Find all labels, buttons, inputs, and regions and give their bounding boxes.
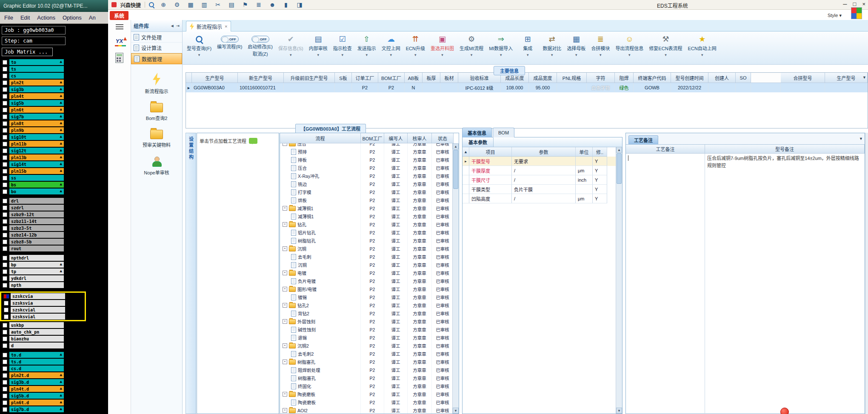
param-col-header[interactable]: 项目 [469,147,512,157]
collapse-left-icon[interactable]: ◄ [170,23,174,28]
expand-icon[interactable]: - [283,408,287,413]
dropdown-arrow-icon[interactable]: ▾ [628,53,631,58]
layer-row[interactable]: szskcvia [1,293,85,300]
toolbar-button-选择母板[interactable]: ▦选择母板▾ [567,34,585,58]
dropdown-arrow-icon[interactable]: ▾ [600,53,602,58]
layer-checkbox[interactable] [3,353,7,357]
tree-node[interactable]: -陶瓷磨板 [280,390,361,398]
layer-row[interactable]: pln6t.d♣ [0,399,108,406]
layer-checkbox[interactable] [4,301,9,306]
tree-row[interactable]: -钻孔P2谭工方章章已审核 [280,220,459,228]
tree-col-header[interactable]: 流程 [280,133,361,143]
toolbar-button-型号查询(F)[interactable]: 型号查询(F)▾ [187,34,211,58]
layer-row[interactable]: pln11b♣ [0,140,108,147]
col-header[interactable]: SO [736,73,751,83]
col-header[interactable]: 型号创建时间 [671,73,708,83]
scroll-down-icon[interactable]: ▼ [453,408,459,414]
gear-icon[interactable]: ⚙ [173,1,181,8]
layer-row[interactable]: pln6t♣ [0,106,108,113]
tree-row[interactable]: -压合P2谭工方章章已审核 [280,143,459,148]
layer-row[interactable]: szdrl [0,204,108,211]
job-matrix-button[interactable]: Job Matrix ... [2,48,53,56]
param-col-header[interactable]: 参数 [512,147,576,157]
menu-item-options[interactable]: Options [63,14,82,21]
col-header[interactable]: BOM工厂 [378,73,405,83]
layer-row[interactable]: auto_chk_pn [0,328,108,335]
layer-row[interactable]: sig12t♣ [0,147,108,154]
layer-row[interactable]: sig5b♣ [0,100,108,106]
layer-checkbox[interactable] [3,101,7,106]
tree-row[interactable]: -图形/电镀P2谭工方章章已审核 [280,285,459,293]
tree-node[interactable]: 退锡 [280,334,361,342]
expand-icon[interactable]: - [283,343,287,348]
flag-icon[interactable]: ⚑ [241,1,249,8]
layer-row[interactable]: sig3b.d♣ [0,379,108,385]
layer-checkbox[interactable] [3,114,7,119]
sidebar-item-设计算法[interactable]: 设计算法 [131,43,182,53]
toolbar-button-保存信息(S)[interactable]: ✔保存信息(S)▾ [278,34,303,58]
pin-right-icon[interactable]: ⇥ [176,23,180,28]
style-palette-icon[interactable] [851,7,862,19]
toolbar-button-ECN升级[interactable]: ⇈ECN升级▾ [406,34,425,58]
expand-icon[interactable]: - [283,206,287,211]
layer-row[interactable]: szbz3-5t [0,225,108,231]
tree-row[interactable]: 终固化P2谭工方章章已审核 [280,382,459,390]
dropdown-arrow-icon[interactable]: ▾ [500,53,502,58]
layer-checkbox[interactable] [3,337,7,341]
tree-node[interactable]: -压合 [280,143,361,148]
layer-checkbox[interactable] [3,269,7,274]
layer-row[interactable]: sig3b♣ [0,86,108,93]
tree-col-header[interactable]: 编写人 [384,133,408,143]
tree-node[interactable]: 减薄铜1 [280,212,361,220]
col-header[interactable] [186,73,192,83]
layer-row[interactable]: szbz8-5b [0,238,108,245]
scroll-up-icon[interactable]: ▲ [616,147,622,153]
cube-icon[interactable]: ◨ [295,1,304,8]
layer-checkbox[interactable] [3,94,7,99]
layer-row[interactable]: pln9b♣ [0,127,108,134]
layer-checkbox[interactable] [3,128,7,133]
expand-icon[interactable]: - [283,222,287,227]
tree-node[interactable]: 铝片钻孔 [280,228,361,237]
tree-row[interactable]: X-Ray冲孔P2谭工方章章已审核 [280,172,459,180]
expand-icon[interactable]: - [283,271,287,275]
column-menu-icon[interactable]: ▼ [859,137,863,141]
tree-node[interactable]: 陶瓷磨板 [280,398,361,406]
col-header[interactable]: 板厚 [423,73,440,83]
layer-checkbox[interactable] [3,387,7,391]
col-header[interactable]: 板材 [440,73,458,83]
system-badge[interactable]: 系统 [110,11,128,20]
layer-checkbox[interactable] [3,276,7,281]
layer-checkbox[interactable] [3,87,7,92]
tree-col-header[interactable]: BOM工厂 [361,133,384,143]
tree-node[interactable]: 碱性蚀刻 [280,325,361,334]
toolbar-button-内部审核[interactable]: ▤内部审核▾ [309,34,328,58]
tree-node[interactable]: -外层蚀刻 [280,317,361,325]
tree-row[interactable]: -外层蚀刻P2谭工方章章已审核 [280,317,459,325]
tree-scrollbar[interactable]: ▲ ▼ [452,143,459,414]
layer-checkbox[interactable] [3,80,7,85]
table-icon[interactable]: ▤ [227,1,236,8]
maximize-icon[interactable]: □ [853,1,857,7]
expand-icon[interactable]: - [283,303,287,308]
toolbar-button-修复ECN表流程[interactable]: ⚒修复ECN表流程▾ [649,34,682,58]
toggle-off[interactable]: OFF [221,36,239,43]
search-icon[interactable] [149,2,154,7]
dropdown-arrow-icon[interactable]: ▾ [551,53,553,58]
tree-node[interactable]: 终固化 [280,382,361,390]
layer-checkbox[interactable] [3,283,7,288]
tree-row[interactable]: -减薄铜1P2谭工方章章已审核 [280,204,459,212]
right-scrollbar[interactable] [865,133,868,414]
dropdown-arrow-icon[interactable]: ▾ [441,53,443,58]
expand-icon[interactable]: - [283,246,287,251]
layer-row[interactable]: npthdrl [0,254,108,261]
toolbar-button-指示检查[interactable]: ☑指示检查▾ [333,34,352,58]
tree-node[interactable]: 沉铜 [280,261,361,269]
dropdown-arrow-icon[interactable]: ▾ [665,53,667,58]
layer-checkbox[interactable] [3,407,7,412]
layer-checkbox[interactable] [4,308,9,312]
tree-node[interactable]: 烘板 [280,196,361,204]
expand-icon[interactable]: - [283,360,287,364]
layer-row[interactable]: pln15b♣ [0,168,108,174]
layer-row[interactable]: szskcvial [1,306,85,313]
